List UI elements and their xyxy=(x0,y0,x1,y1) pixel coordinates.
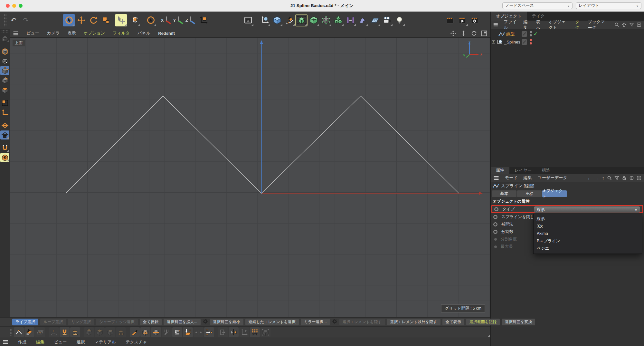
generator-button[interactable] xyxy=(308,14,320,26)
knife-tool[interactable] xyxy=(130,327,140,337)
live-selection-button[interactable]: ライブ選択 xyxy=(12,319,38,325)
edit-toggle[interactable] xyxy=(522,31,527,37)
view-label[interactable]: 上面 xyxy=(13,40,25,46)
axis-lock-z-button[interactable]: Z xyxy=(185,14,197,26)
tab-object[interactable]: オブジェクト xyxy=(542,190,567,197)
magnet-tool[interactable] xyxy=(60,327,70,337)
rotate-view-icon[interactable] xyxy=(471,30,477,36)
uv-mode-button[interactable] xyxy=(0,98,9,107)
am-menu-edit[interactable]: 編集 xyxy=(524,175,532,181)
viewport-menu-options[interactable]: オプション xyxy=(84,30,105,36)
plane-cut-tool[interactable] xyxy=(151,327,161,337)
minimize-window-button[interactable] xyxy=(12,4,16,8)
mirror-tool[interactable] xyxy=(229,327,239,337)
filter-icon[interactable] xyxy=(629,22,634,27)
object-label[interactable]: _Splines xyxy=(504,40,520,44)
toggle-view-icon[interactable] xyxy=(481,30,487,36)
toolbar-drag-handle[interactable] xyxy=(4,14,7,27)
object-manager-menu-icon[interactable] xyxy=(493,23,498,27)
undo-button[interactable]: ↶ xyxy=(7,14,20,26)
filter-icon[interactable] xyxy=(614,176,619,180)
rotate-tool-button[interactable] xyxy=(87,14,99,26)
light-object-button[interactable] xyxy=(393,14,405,26)
nodespace-select[interactable]: ノードスペース ∨ xyxy=(502,2,573,9)
brush-tool[interactable] xyxy=(49,327,59,337)
dolly-view-icon[interactable] xyxy=(460,30,467,36)
animation-ring-icon[interactable] xyxy=(494,207,498,211)
am-menu-userdata[interactable]: ユーザーデータ xyxy=(538,175,567,181)
home-icon[interactable] xyxy=(622,22,627,27)
untriangulate-tool[interactable] xyxy=(183,327,193,337)
bottom-menu-select[interactable]: 選択 xyxy=(77,339,85,345)
axis-modify-tool[interactable] xyxy=(239,327,249,337)
check-icon[interactable]: ✓ xyxy=(534,31,538,37)
hide-selected-button[interactable]: 選択エレメントを隠す xyxy=(339,319,385,325)
select-tool-button[interactable] xyxy=(63,14,75,26)
axis-mode-button[interactable] xyxy=(0,108,9,117)
back-icon[interactable]: ← xyxy=(587,175,592,181)
tweak-tool-button[interactable] xyxy=(128,14,141,26)
dropdown-option-cubic[interactable]: 3次 xyxy=(534,223,642,230)
axis-lock-y-button[interactable]: Y xyxy=(173,14,185,26)
make-editable-button[interactable] xyxy=(0,34,9,43)
spline-object-button[interactable] xyxy=(259,14,271,26)
workplane-mode-button[interactable] xyxy=(0,121,9,130)
bottom-menu-view[interactable]: ビュー xyxy=(54,339,67,345)
palette-drag-handle[interactable] xyxy=(1,30,8,33)
viewport-menu-redshift[interactable]: Redshift xyxy=(158,31,175,36)
volume-button[interactable] xyxy=(332,14,344,26)
sharp-edge-selection-button[interactable]: シャープエッジ選択 xyxy=(96,319,138,325)
polygon-pen-tool[interactable] xyxy=(24,327,34,337)
redo-button[interactable]: ↷ xyxy=(20,14,32,26)
gear-icon[interactable] xyxy=(203,319,208,325)
field-button[interactable] xyxy=(344,14,356,26)
viewport-menu-panel[interactable]: パネル xyxy=(137,30,150,36)
am-menu-mode[interactable]: モード xyxy=(505,175,518,181)
up-icon[interactable]: ↑ xyxy=(602,175,605,181)
bottom-menu-material[interactable]: マテリアル xyxy=(95,339,116,345)
bottom-menu-texture[interactable]: テクスチャ xyxy=(126,339,147,345)
subdivision-surface-button[interactable] xyxy=(295,14,308,26)
disconnect-tool[interactable] xyxy=(204,327,214,337)
viewport-menu-camera[interactable]: カメラ xyxy=(47,30,60,36)
record-icon[interactable] xyxy=(629,176,634,180)
animation-ring-icon[interactable] xyxy=(493,230,497,234)
tab-basic[interactable]: 基本 xyxy=(492,190,516,197)
store-selection-button[interactable]: 選択範囲を記録 xyxy=(466,319,500,325)
dropdown-option-akima[interactable]: Akima xyxy=(534,230,642,237)
layout-select[interactable]: レイアウト ∨ xyxy=(576,2,641,9)
snap-toggle-button[interactable] xyxy=(0,143,9,152)
zoom-window-button[interactable] xyxy=(19,4,23,8)
lock-icon[interactable] xyxy=(622,176,627,180)
add-icon[interactable] xyxy=(637,22,641,27)
loop-cut-tool[interactable] xyxy=(162,327,172,337)
object-row-splines-group[interactable]: + _Splines xyxy=(491,38,644,46)
point-mode-button[interactable] xyxy=(0,66,9,75)
edge-mode-button[interactable] xyxy=(0,76,9,85)
search-icon[interactable] xyxy=(607,176,612,180)
line-cut-tool[interactable] xyxy=(140,327,150,337)
add-icon[interactable] xyxy=(637,176,641,180)
coord-system-button[interactable] xyxy=(197,14,210,26)
search-icon[interactable] xyxy=(614,22,619,27)
loop-selection-button[interactable]: ループ選択 xyxy=(40,319,66,325)
render-clapper-button[interactable] xyxy=(444,14,456,26)
viewport-menu-view[interactable]: ビュー xyxy=(26,30,39,36)
render-settings-button[interactable] xyxy=(469,14,481,26)
convert-selection-button[interactable]: 選択範囲を変換 xyxy=(502,319,535,325)
viewport-menu-icon[interactable] xyxy=(13,31,19,35)
object-label[interactable]: 線型 xyxy=(506,31,515,37)
dropdown-option-bezier[interactable]: ベジエ xyxy=(534,245,642,252)
spline-pen-button[interactable] xyxy=(283,14,295,26)
extrude-tool[interactable] xyxy=(84,327,94,337)
property-row-type[interactable]: タイプ 線形 ∨ xyxy=(491,205,643,213)
camera-object-button[interactable] xyxy=(381,14,393,26)
forward-icon[interactable]: → xyxy=(595,175,600,181)
iron-tool[interactable] xyxy=(70,327,80,337)
grow-selection-button[interactable]: 選択範囲を拡大... xyxy=(164,319,200,325)
select-connected-button[interactable]: 連続したエレメントを選択 xyxy=(245,319,299,325)
create-point-tool[interactable] xyxy=(14,327,24,337)
subdivide-tool[interactable] xyxy=(172,327,182,337)
visibility-dots[interactable] xyxy=(530,39,532,44)
texture-mode-button[interactable] xyxy=(0,56,9,65)
